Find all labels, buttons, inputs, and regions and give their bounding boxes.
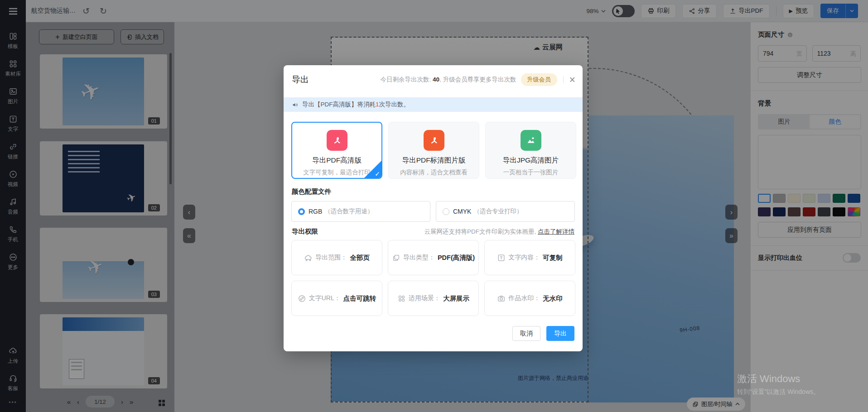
notice-count: 1	[376, 101, 379, 108]
check-icon: ✓	[375, 170, 380, 177]
pdf-icon	[327, 130, 347, 151]
confirm-export-button[interactable]: 导出	[546, 326, 574, 341]
export-dialog: 导出 今日剩余导出次数: 40, 升级会员尊享更多导出次数 升级会员 × 导出【…	[284, 65, 583, 351]
radio-selected-icon	[298, 208, 305, 215]
export-permission-label: 导出权限	[292, 227, 318, 236]
dialog-title: 导出	[292, 74, 309, 86]
option-text-content: 文字内容： 可复制	[484, 240, 575, 275]
format-card-pdf-sd[interactable]: 导出PDF标清图片版 内容标清，适合文档查看	[388, 122, 479, 179]
option-export-type: 导出类型： PDF(高清版)	[388, 240, 479, 275]
pages-cloud-icon	[304, 254, 313, 262]
jpg-image-icon	[521, 130, 541, 151]
camera-icon	[497, 294, 506, 303]
header-divider	[563, 76, 564, 83]
link-circle-icon	[298, 294, 306, 303]
color-profile-label: 颜色配置文件	[292, 187, 331, 196]
format-card-jpg[interactable]: 导出JPG高清图片 一页相当于一张图片	[485, 122, 576, 179]
grid-icon	[397, 294, 406, 303]
format-card-pdf-hd[interactable]: 导出PDF高清版 文字可复制，最适合打印 ✓	[291, 122, 382, 179]
rgb-radio-option[interactable]: RGB （适合数字用途）	[291, 201, 430, 222]
export-notice-bar: 导出【PDF高清版】将消耗1次导出数。	[284, 97, 583, 112]
cmyk-radio-option[interactable]: CMYK （适合专业打印）	[436, 201, 575, 222]
learn-more-link[interactable]: 点击了解详情	[538, 228, 574, 235]
upgrade-member-badge[interactable]: 升级会员	[521, 73, 557, 86]
option-watermark: 作品水印： 无水印	[484, 281, 575, 316]
copy-pages-icon	[392, 254, 400, 262]
app-window: 航空货物运输… ↺ ↻ 98% 印刷 分享 导出PDF	[0, 0, 868, 412]
speaker-icon	[292, 101, 299, 108]
quota-text: 今日剩余导出次数: 40, 升级会员尊享更多导出次数	[381, 76, 516, 84]
cancel-button[interactable]: 取消	[512, 326, 540, 341]
radio-unselected-icon	[443, 208, 449, 215]
quota-count: 40	[433, 76, 439, 83]
close-icon[interactable]: ×	[569, 75, 575, 85]
pdf-icon	[424, 130, 444, 151]
text-box-icon	[497, 254, 506, 262]
option-use-scene: 适用场景： 大屏展示	[388, 281, 479, 316]
option-export-range: 导出范围： 全部页	[291, 240, 382, 275]
option-text-url: 文字URL： 点击可跳转	[291, 281, 382, 316]
